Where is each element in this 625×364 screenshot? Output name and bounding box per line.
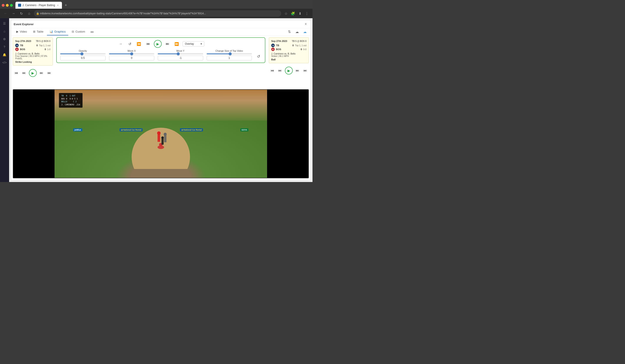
tab-graphics[interactable]: 📊 Graphics: [47, 28, 68, 35]
right-video-controls: ⏮ ⏭ ▶ ⏭ ⏭: [269, 65, 309, 75]
move-y-label: Move Y: [158, 50, 203, 52]
right-card-score: TB 5 @ BOS 0: [292, 40, 306, 42]
video-tab-label: Video: [20, 30, 27, 33]
sidebar-icon-settings[interactable]: ⚙: [1, 36, 8, 42]
overlay-reset-button[interactable]: ↺: [126, 41, 133, 47]
new-tab-button[interactable]: +: [63, 2, 69, 8]
overlay-arrow-button[interactable]: →: [117, 41, 124, 47]
move-x-label: Move X: [109, 50, 155, 52]
scoreboard-line2: BOS 0 9-0 5 1: [61, 98, 80, 101]
svg-rect-6: [161, 139, 164, 145]
minimize-traffic-light[interactable]: [6, 4, 9, 7]
svg-rect-4: [164, 135, 166, 142]
svg-point-3: [157, 131, 161, 135]
download-button[interactable]: ⬇: [297, 10, 303, 17]
sliders-reset-button[interactable]: ↺: [255, 54, 261, 59]
move-x-input[interactable]: [109, 56, 155, 60]
tab-favicon: [18, 4, 21, 7]
extension-button[interactable]: 🧩: [290, 10, 296, 17]
move-y-input[interactable]: [158, 56, 203, 60]
event-explorer-panel: Event Explorer × ▶ Video ⊞ Table 📊 Graph…: [11, 20, 311, 180]
refresh-button[interactable]: ↻: [18, 10, 24, 17]
tabs-bar: ▶ Video ⊞ Table 📊 Graphics ⊟ Custom ⇔: [11, 28, 311, 36]
overlay-play-button[interactable]: ▶: [154, 40, 162, 48]
move-y-slider-group: Move Y: [158, 50, 203, 60]
left-rewind-button[interactable]: ⏮: [13, 70, 19, 76]
svg-point-7: [161, 136, 164, 139]
sidebar-icon-help[interactable]: ?: [1, 44, 8, 50]
right-step-forward-button[interactable]: ⏭: [294, 68, 301, 74]
move-x-fill: [109, 54, 132, 54]
opacity-input[interactable]: [60, 56, 106, 60]
download-cloud-button[interactable]: ☁: [302, 29, 308, 35]
sidebar-icon-home[interactable]: ⌂: [1, 28, 8, 34]
video-tab-icon: ▶: [16, 30, 18, 33]
left-team1-row: TB TB 0 Top 1, 1 out: [15, 44, 50, 47]
left-card-date: Sep 27th 2023 TB 5 @ BOS 0: [15, 40, 50, 42]
panel-close-button[interactable]: ×: [304, 22, 308, 26]
move-y-track: [158, 54, 203, 54]
forward-button[interactable]: →: [10, 10, 17, 17]
overlay-step-forward-button[interactable]: ⏭: [164, 41, 171, 47]
left-team2-row: B BOS 0 1-0: [15, 48, 50, 51]
maximize-traffic-light[interactable]: [10, 4, 13, 7]
overlay-step-back-button[interactable]: ⏮: [145, 41, 151, 47]
left-step-forward-button[interactable]: ⏭: [38, 70, 45, 76]
opacity-thumb[interactable]: [80, 52, 83, 56]
move-y-thumb[interactable]: [177, 52, 180, 56]
bookmark-button[interactable]: ☆: [283, 10, 289, 17]
tb-logo: TB: [15, 44, 19, 47]
tab-table[interactable]: ⊞ Table: [31, 28, 46, 35]
panel-title: Event Explorer: [14, 23, 34, 26]
left-card-teams: TB TB 0 Top 1, 1 out B BOS 0 1-0: [15, 44, 50, 51]
move-x-slider-group: Move X: [109, 50, 155, 60]
change-size-thumb[interactable]: [229, 52, 232, 56]
overlay-fast-forward-button[interactable]: ⏩: [173, 41, 180, 47]
sidebar-icon-code[interactable]: </>: [1, 59, 8, 66]
address-input[interactable]: [34, 10, 281, 17]
more-button[interactable]: ⋮: [304, 10, 310, 17]
browser-chrome: J. Caminero - Player Batting × + ← → ↻ ⌂…: [0, 0, 312, 18]
right-rewind-button[interactable]: ⏮: [269, 68, 275, 74]
left-sidebar: ☰ ⌂ ⚙ ? 🔔 </>: [0, 18, 9, 182]
left-pitcher-batter: J. Caminero vs. B. Bello: [15, 52, 50, 55]
tab-extra-button[interactable]: ⇔: [89, 29, 95, 34]
home-button[interactable]: ⌂: [26, 10, 32, 17]
left-team1-score: 0: [36, 44, 38, 47]
left-fast-forward-button[interactable]: ⏭: [46, 70, 52, 76]
change-size-input[interactable]: [207, 56, 252, 60]
sliders-row: Opacity Move X: [60, 50, 261, 60]
right-step-back-button[interactable]: ⏭: [277, 68, 283, 74]
tab-video[interactable]: ▶ Video: [14, 28, 30, 35]
sidebar-icon-notifications[interactable]: 🔔: [1, 52, 8, 58]
nav-action-buttons: ☆ 🧩 ⬇ ⋮: [283, 10, 310, 17]
left-pitch-result: Strike Looking: [15, 61, 50, 63]
right-play-button[interactable]: ▶: [285, 67, 293, 75]
tab-title: J. Caminero - Player Batting: [22, 4, 55, 7]
tab-custom[interactable]: ⊟ Custom: [69, 28, 88, 35]
right-fast-forward-button[interactable]: ⏭: [302, 68, 308, 74]
table-tab-icon: ⊞: [33, 30, 35, 33]
overlay-dropdown[interactable]: Overlay ▾: [183, 41, 204, 47]
overlay-rewind-button[interactable]: ⏪: [136, 41, 142, 47]
upload-button[interactable]: ☁: [294, 29, 300, 35]
back-button[interactable]: ←: [3, 10, 9, 17]
custom-tab-icon: ⊟: [72, 30, 74, 33]
right-team2-score: 0: [301, 48, 302, 51]
main-content: Event Explorer × ▶ Video ⊞ Table 📊 Graph…: [9, 18, 312, 182]
move-x-thumb[interactable]: [130, 52, 133, 56]
bos-logo: B: [15, 48, 19, 51]
tab-close-button[interactable]: ×: [56, 4, 59, 7]
filter-button[interactable]: ⇅: [286, 29, 292, 35]
graphics-tab-icon: 📊: [50, 30, 53, 33]
tabs-actions: ⇅ ☁ ☁: [286, 29, 308, 35]
left-step-back-button[interactable]: ⏭: [21, 70, 27, 76]
custom-tab-label: Custom: [75, 30, 85, 33]
sidebar-icon-menu[interactable]: ☰: [1, 20, 8, 27]
nav-bar: ← → ↻ ⌂ 🔒 ☆ 🧩 ⬇ ⋮: [0, 9, 312, 18]
left-play-button[interactable]: ▶: [29, 69, 37, 77]
browser-tab[interactable]: J. Caminero - Player Batting ×: [15, 2, 62, 9]
close-traffic-light[interactable]: [2, 4, 4, 7]
left-team2-name: BOS: [20, 48, 25, 51]
right-team1-name: TB: [276, 44, 279, 47]
